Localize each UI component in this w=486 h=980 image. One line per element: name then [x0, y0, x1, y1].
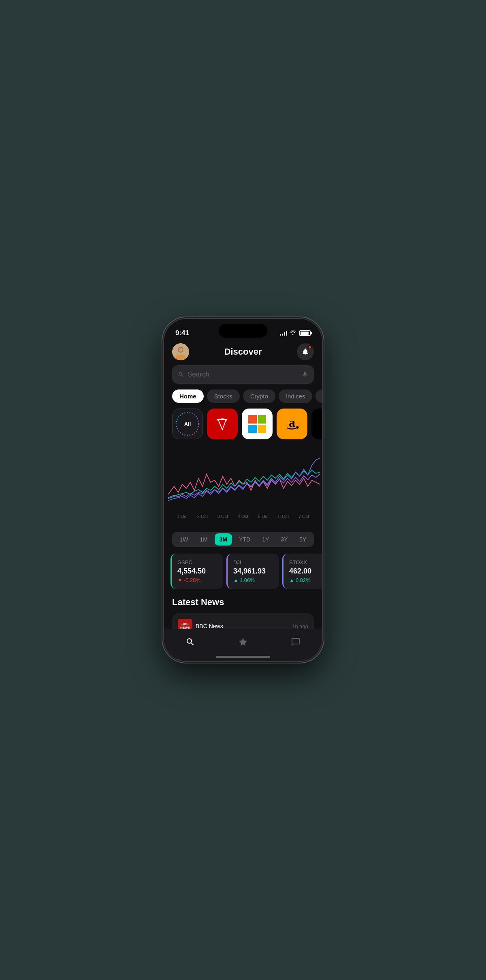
tab-crypto[interactable]: Crypto [243, 389, 275, 403]
svg-rect-2 [175, 355, 186, 360]
apple-logo [319, 416, 322, 432]
home-indicator [216, 656, 270, 658]
svg-point-3 [179, 348, 183, 352]
nav-search[interactable] [177, 634, 203, 650]
time-btn-1y[interactable]: 1Y [257, 533, 274, 546]
stat-card-stoxx[interactable]: STOXX 462.00 ▲ 0.82% [282, 554, 322, 589]
page-header: Discover [164, 341, 322, 365]
stat-ticker-stoxx: STOXX [289, 559, 322, 565]
search-placeholder: Search [188, 370, 298, 379]
nav-messages[interactable] [283, 634, 309, 650]
time-btn-ytd[interactable]: YTD [234, 533, 255, 546]
bell-icon [301, 348, 309, 356]
page-title: Discover [224, 347, 262, 357]
avatar[interactable] [172, 343, 189, 360]
phone-screen: 9:41 [164, 319, 322, 661]
all-label: All [184, 421, 191, 427]
time-btn-1w[interactable]: 1W [175, 533, 193, 546]
time-btn-3y[interactable]: 3Y [276, 533, 292, 546]
chart-label-2: 2 Oct [197, 514, 208, 519]
latest-news-title: Latest News [172, 597, 314, 608]
tab-stocks[interactable]: Stocks [207, 389, 240, 403]
dynamic-island [219, 324, 267, 338]
chart-label-7: 7 Oct [298, 514, 309, 519]
time-btn-5y[interactable]: 5Y [294, 533, 311, 546]
svg-text:a: a [289, 415, 295, 430]
status-icons [280, 330, 311, 336]
search-icon [178, 371, 184, 378]
chart-label-6: 6 Oct [278, 514, 289, 519]
bottom-nav [164, 629, 322, 661]
chart-label-3: 3 Oct [217, 514, 228, 519]
stock-icon-apple[interactable] [311, 409, 322, 439]
chart-label-4: 4 Oct [238, 514, 248, 519]
stock-icon-amazon[interactable]: a [277, 409, 307, 439]
wifi-icon [290, 330, 296, 336]
tab-indices[interactable]: Indices [279, 389, 313, 403]
stat-value-gspc: 4,554.50 [177, 567, 217, 576]
phone-frame: 9:41 [164, 319, 322, 661]
stat-ticker-gspc: GSPC [177, 559, 217, 565]
chart-label-1: 1 Oct [177, 514, 188, 519]
stock-icon-tesla[interactable] [207, 409, 238, 439]
stat-value-dji: 34,961.93 [233, 567, 273, 576]
stat-value-stoxx: 462.00 [289, 567, 322, 576]
market-stats: GSPC 4,554.50 ▼ -0.28% DJI 34,961.93 ▲ 1… [164, 552, 322, 591]
time-btn-3m[interactable]: 3M [215, 533, 232, 546]
filter-tabs: Home Stocks Crypto Indices Forex [164, 389, 322, 409]
stat-card-dji[interactable]: DJI 34,961.93 ▲ 1.06% [226, 554, 279, 589]
stat-card-gspc[interactable]: GSPC 4,554.50 ▼ -0.28% [171, 554, 223, 589]
tesla-logo [213, 415, 231, 433]
search-nav-icon [185, 637, 195, 647]
chart-label-5: 5 Oct [258, 514, 269, 519]
time-selector: 1W 1M 3M YTD 1Y 3Y 5Y [172, 532, 314, 547]
status-time: 9:41 [175, 329, 189, 337]
stat-ticker-dji: DJI [233, 559, 273, 565]
stat-change-gspc: ▼ -0.28% [177, 577, 217, 583]
amazon-logo: a [282, 414, 302, 434]
stat-change-stoxx: ▲ 0.82% [289, 577, 322, 583]
stat-change-dji: ▲ 1.06% [233, 577, 273, 583]
chart-svg [164, 446, 322, 511]
chart-date-labels: 1 Oct 2 Oct 3 Oct 4 Oct 5 Oct 6 Oct 7 Oc… [164, 512, 322, 519]
microphone-icon[interactable] [302, 371, 308, 378]
main-content: Discover Search [164, 341, 322, 661]
stock-icons-row: All [164, 409, 322, 439]
message-nav-icon [291, 637, 301, 647]
nav-watchlist[interactable] [230, 634, 256, 650]
star-nav-icon [238, 637, 248, 647]
search-bar[interactable]: Search [172, 365, 314, 384]
stock-icon-microsoft[interactable] [242, 409, 273, 439]
stock-chart: 1 Oct 2 Oct 3 Oct 4 Oct 5 Oct 6 Oct 7 Oc… [164, 446, 322, 527]
tab-forex[interactable]: Forex [315, 389, 322, 403]
microsoft-logo [248, 415, 266, 433]
notification-badge [308, 345, 312, 349]
stock-icon-all[interactable]: All [172, 409, 203, 439]
notification-button[interactable] [297, 343, 314, 360]
battery-icon [299, 330, 311, 336]
tab-home[interactable]: Home [172, 389, 204, 403]
signal-strength-icon [280, 331, 287, 336]
time-btn-1m[interactable]: 1M [195, 533, 212, 546]
